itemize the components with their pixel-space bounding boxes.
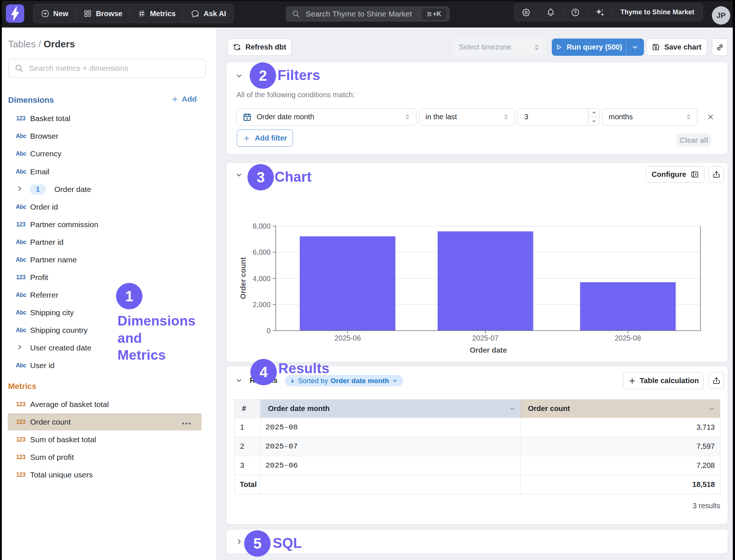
svg-text:2,000: 2,000 bbox=[253, 301, 271, 309]
svg-text:Order count: Order count bbox=[239, 257, 247, 299]
svg-text:4,000: 4,000 bbox=[253, 274, 271, 283]
svg-text:8,000: 8,000 bbox=[253, 222, 271, 230]
svg-text:2025-07: 2025-07 bbox=[472, 334, 499, 342]
svg-text:Order date: Order date bbox=[470, 346, 507, 354]
svg-text:0: 0 bbox=[267, 327, 271, 335]
svg-text:6,000: 6,000 bbox=[253, 248, 271, 256]
svg-text:2025-06: 2025-06 bbox=[334, 334, 361, 342]
svg-text:2025-08: 2025-08 bbox=[615, 334, 641, 342]
